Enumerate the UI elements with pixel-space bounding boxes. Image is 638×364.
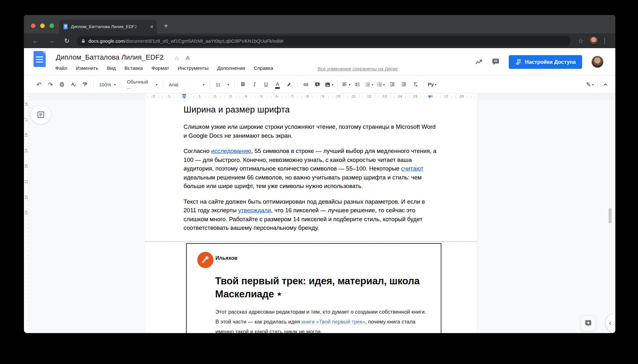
docs-toolbar: ↶ ↷ 100%▾ Обычный ...▾ Arial▾ 11▾ B I U … [24,76,615,93]
consider-link[interactable]: считают [401,165,424,172]
first-line-indent-marker[interactable] [182,96,186,101]
clear-formatting-button[interactable] [410,79,421,90]
ruler-number: 1 [199,94,200,98]
account-avatar[interactable] [591,55,604,68]
ruler-number: 14 [398,94,402,98]
close-window-button[interactable] [31,24,35,28]
ruler-number: 17 [24,117,28,123]
decrease-indent-button[interactable] [387,79,398,90]
ruler-number: 21 [24,178,28,185]
google-docs-logo[interactable] [34,51,46,67]
browser-menu-kebab-icon[interactable]: ⋮ [601,36,608,45]
menu-view[interactable]: Вид [107,65,116,71]
ruler-number: 18 [460,94,464,98]
browser-window: Диплом_Батталова Лилия_EDF2 ✕ + ← → ↻ do… [24,15,615,333]
underline-button[interactable]: U [260,79,271,90]
undo-button[interactable]: ↶ [34,79,44,90]
menu-file[interactable]: Файл [55,65,67,71]
increase-indent-button[interactable] [398,79,409,90]
paint-format-button[interactable] [79,79,90,90]
horizontal-ruler[interactable]: 21123456789101112131415161718 [29,93,615,100]
bookmark-star-icon[interactable]: ☆ [578,36,583,45]
menu-edit[interactable]: Изменить [76,65,98,71]
right-indent-marker[interactable] [428,96,432,100]
browser-profile-avatar[interactable] [589,36,598,46]
italic-button[interactable]: I [249,79,260,90]
zoom-select[interactable]: 100%▾ [96,79,118,90]
tab-title-fade [133,20,143,33]
page-break-dotted-line [145,241,477,242]
zoom-window-button[interactable] [49,24,54,28]
ruler-number: 12 [367,94,371,98]
editing-mode-button[interactable]: ✎▾ [584,79,595,90]
doc-paragraph-2: Согласно исследованию, 55 символов в стр… [184,147,437,191]
menu-tools[interactable]: Инструменты [178,65,209,71]
numbered-list-button[interactable]: 123▾ [364,79,374,90]
font-family-select[interactable]: Arial▾ [166,79,207,90]
paragraph-styles-select[interactable]: Обычный ...▾ [124,79,160,90]
ruler-number: 11 [352,94,356,98]
back-icon[interactable]: ← [32,36,39,45]
text-color-button[interactable]: A [272,79,283,90]
doc-paragraph-1: Слишком узкие или широкие строки усложня… [184,122,437,140]
left-indent-marker[interactable] [182,94,186,96]
ruler-number: 20 [24,163,28,169]
new-tab-button[interactable]: + [164,22,168,30]
embed-body: Этот рассказ адресован редакторам и тем,… [215,307,428,333]
forward-icon[interactable]: → [48,36,55,45]
save-status-link[interactable]: Все изменения сохранены на Диске [318,66,398,71]
share-settings-button[interactable]: Настройки Доступа [509,55,582,69]
browser-tab[interactable]: Диплом_Батталова Лилия_EDF2 ✕ [59,20,157,33]
input-tools-button[interactable]: Ру▾ [427,79,438,90]
ruler-number: 4 [245,94,247,98]
menu-help[interactable]: Справка [254,65,273,71]
show-outline-button[interactable] [31,106,51,124]
ruler-number: 13 [382,94,387,98]
claimed-link[interactable]: утверждали [238,207,271,214]
reload-icon[interactable]: ↻ [64,36,70,45]
ruler-number: 2 [153,94,154,98]
ruler-number: 3 [229,94,231,98]
embedded-article-image[interactable]: Ильяхов Твой первый трек: идея, материал… [186,243,441,333]
document-page[interactable]: Ширина и размер шрифта Слишком узкие или… [145,100,477,333]
menu-format[interactable]: Формат [152,65,169,71]
vertical-ruler[interactable]: 1617181920212223 [24,93,29,333]
activity-trend-icon[interactable] [475,58,483,66]
menu-addons[interactable]: Дополнения [217,65,245,71]
docs-header: Диплом_Батталова Лилия_EDF2 ☆ Файл Измен… [24,48,615,76]
explore-button[interactable] [580,315,596,331]
ruler-number: 10 [336,94,341,98]
spellcheck-button[interactable] [68,79,79,90]
line-spacing-button[interactable] [352,79,363,90]
comments-icon[interactable] [492,58,500,66]
minimize-window-button[interactable] [40,24,45,28]
insert-image-button[interactable]: ▾ [323,79,334,90]
print-button[interactable] [56,79,67,90]
browser-navbar: ← → ↻ docs.google.com/document/d/1z8_o5_… [24,33,615,48]
insert-link-button[interactable] [300,79,311,90]
highlight-color-button[interactable] [283,79,294,90]
document-title[interactable]: Диплом_Батталова Лилия_EDF2 [56,53,163,62]
bold-button[interactable]: B [237,79,248,90]
collapse-toolbar-button[interactable] [600,79,611,90]
align-button[interactable]: ▾ [341,79,351,90]
move-to-folder-icon[interactable] [184,55,191,61]
research-link[interactable]: исследованию [211,148,251,154]
menu-insert[interactable]: Вставка [124,65,143,71]
ruler-number: 19 [24,148,28,154]
ilyahov-logo-icon [197,252,214,268]
ruler-number: 16 [24,101,28,107]
vertical-scrollbar-thumb[interactable] [609,208,612,223]
ruler-number: 15 [413,94,417,98]
font-size-select[interactable]: 11▾ [213,79,231,90]
document-canvas[interactable]: Ширина и размер шрифта Слишком узкие или… [29,100,615,333]
address-bar[interactable]: docs.google.com/document/d/1z8_o5_wf1Cgm… [77,36,571,46]
ruler-number: 17 [444,94,448,98]
menu-bar: Файл Изменить Вид Вставка Формат Инструм… [55,65,273,71]
bulleted-list-button[interactable]: ▾ [375,79,386,90]
star-document-icon[interactable]: ☆ [174,55,179,62]
url-path: /document/d/1z8_o5_wf1Cgm5AfzMi_aaYt0qzL… [124,38,283,44]
insert-comment-button[interactable] [312,79,323,90]
redo-button[interactable]: ↷ [45,79,56,90]
close-tab-icon[interactable]: ✕ [150,24,154,29]
